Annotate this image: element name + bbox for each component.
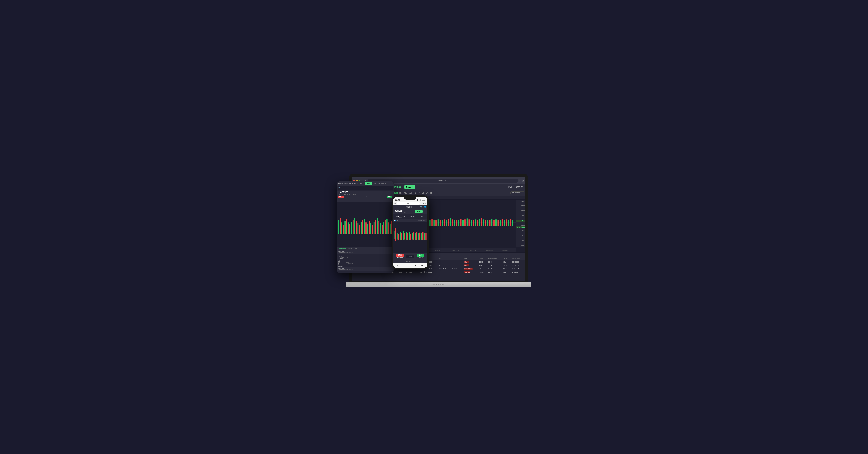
buy-button[interactable]: BUY [417, 254, 424, 257]
price-level-8: 245.0 [516, 240, 525, 241]
phone-share-nav-btn[interactable]: ⬆ [408, 264, 410, 267]
svg-rect-65 [475, 219, 476, 226]
svg-rect-95 [354, 218, 355, 234]
phone-close-icon[interactable]: ✕ [424, 210, 426, 213]
svg-rect-63 [471, 220, 472, 226]
tablet-history-tab[interactable]: History [347, 247, 353, 250]
svg-rect-67 [479, 219, 480, 226]
url-text: webtrader... [438, 180, 448, 182]
phone-advanced-btn[interactable]: ADVANCED [393, 260, 427, 263]
current-price-label: 247.06000 [516, 226, 525, 228]
tablet-open-positions-tab[interactable]: Open positions [337, 247, 347, 250]
svg-rect-128 [404, 233, 405, 239]
phone-forward-nav-btn[interactable]: › [403, 264, 403, 267]
price-level-2: 248.0 [516, 210, 525, 212]
timeframe-selector: M1M5M15M30H1H4D1W1MN [394, 192, 434, 194]
tablet-lang[interactable]: ENG [374, 183, 376, 184]
lot-decrease-btn[interactable]: − [407, 255, 408, 257]
tf-btn-d1[interactable]: D1 [421, 192, 425, 194]
tablet-search[interactable]: 🔍 [338, 186, 393, 190]
tablet-journal-tab[interactable]: Journal [353, 247, 360, 250]
phone-deposit-btn[interactable]: Deposit [415, 210, 423, 213]
cell-close-price: 1.72876 [511, 270, 525, 273]
tablet-advanced-btn[interactable]: Advanced [338, 199, 346, 201]
sell-button[interactable]: SELL [396, 254, 404, 257]
tablet-deposit-btn[interactable]: Deposit [365, 182, 372, 185]
phone-stats: Balance 2,002.25 USD USD Free Margin 1,0… [393, 214, 427, 219]
phone-tf-selector[interactable]: M1 ▾ [397, 220, 400, 221]
tablet-search-icon: 🔍 [339, 187, 340, 189]
price-level-7: 245.5 [516, 235, 525, 237]
cell-swap: $0.00 [478, 264, 487, 267]
cell-sl: - [438, 264, 451, 267]
phone-reload-icon[interactable]: ↺ [421, 202, 422, 204]
svg-rect-45 [433, 220, 435, 226]
phone-url-bar[interactable]: AA [397, 202, 420, 204]
svg-rect-70 [485, 220, 486, 226]
svg-rect-114 [385, 220, 386, 234]
tf-btn-m5[interactable]: M5 [399, 192, 402, 194]
battery-icon: 89% [422, 199, 426, 201]
cell-open-time: 15 Feb 03:46:31 [419, 270, 438, 273]
phone-chart-toolbar: 📊 M1 ▾ INDICATORS ▾ [393, 219, 427, 222]
tablet-screen: Balance: 2,002.25 USD Profit/Loss: 1,006… [337, 181, 394, 273]
svg-rect-123 [397, 233, 397, 239]
tablet-position-tabs: Open positions History Journal [337, 247, 394, 250]
svg-rect-88 [343, 225, 344, 234]
phone-bookmarks-btn[interactable]: ⊟ [414, 264, 416, 267]
svg-rect-60 [464, 219, 466, 226]
cell-tp: - [451, 270, 463, 273]
phone-chart-type-icon[interactable]: 📊 [394, 220, 396, 221]
svg-rect-94 [352, 220, 354, 234]
phone-pair-header: GBP/USD 15 Jul, 2019, UTC+2 Deposit ✕ [393, 209, 427, 214]
cell-commission: $0.00 [487, 260, 502, 264]
tablet-search-input[interactable] [340, 187, 392, 189]
deposit-button[interactable]: Deposit [404, 186, 415, 189]
col-tp: T/P [451, 257, 463, 260]
cell-commission: $0.00 [487, 264, 502, 267]
tf-btn-w1[interactable]: W1 [425, 192, 429, 194]
cell-profit: -$17.66 [463, 270, 478, 273]
col-profit: Profit [463, 257, 478, 260]
macbook-label: MacBook Air [346, 282, 531, 285]
phone-forward-icon[interactable]: › [395, 202, 396, 204]
phone-back-nav-btn[interactable]: ‹ [397, 264, 398, 267]
tf-btn-m30[interactable]: M30 [408, 192, 413, 194]
cell-open-price: 1.73110 [405, 270, 419, 273]
svg-rect-81 [508, 220, 509, 226]
tf-btn-h4[interactable]: H4 [417, 192, 421, 194]
price-level-3: 247.5 [516, 215, 525, 217]
col-taxes: Taxes [502, 257, 511, 260]
svg-rect-137 [418, 233, 419, 240]
svg-rect-116 [388, 222, 389, 234]
phone-share-icon[interactable]: ⬆ [423, 202, 424, 204]
tf-btn-m1[interactable]: M1 [394, 192, 398, 194]
cell-swap: -$1.62 [478, 270, 487, 273]
trade-title: TRADE [398, 206, 420, 208]
svg-rect-104 [369, 221, 370, 234]
svg-rect-99 [361, 222, 362, 234]
language-selector[interactable]: ENG [508, 186, 513, 188]
svg-rect-72 [489, 220, 490, 226]
phone-tabs-icon[interactable]: ⊞ [425, 202, 426, 204]
browser-actions: ⬆ ⊞ [519, 179, 524, 182]
svg-rect-117 [390, 224, 391, 233]
phone-search-icon[interactable]: 🔍 [420, 206, 423, 208]
phone-browser-bar: ‹ › AA ↺ ⬆ ⊞ [393, 202, 427, 205]
tf-btn-h1[interactable]: H1 [413, 192, 417, 194]
tab-icon[interactable]: ⊞ [522, 179, 524, 182]
phone-tabs-btn[interactable]: ⊞ [421, 264, 423, 267]
tf-btn-mn[interactable]: MN [430, 192, 434, 194]
time-label-7: 16 Feb 01:58 [497, 250, 514, 251]
svg-rect-83 [512, 220, 513, 226]
table-row[interactable]: GBPCAD Buy 0.10 1.73110 15 Feb 03:46:31 … [378, 270, 525, 273]
menu-icon[interactable]: ☰ [395, 206, 397, 208]
phone-indicators-btn[interactable]: INDICATORS ▾ [418, 220, 426, 221]
phone-back-icon[interactable]: ‹ [394, 202, 395, 204]
tf-btn-m15[interactable]: M15 [403, 192, 407, 194]
lot-increase-btn[interactable]: + [412, 255, 413, 257]
indicators-button[interactable]: INDICATORS ▾ [510, 192, 524, 194]
phone-globe-icon[interactable]: 🌐 [424, 206, 426, 208]
svg-rect-106 [372, 225, 373, 234]
share-icon[interactable]: ⬆ [519, 179, 521, 182]
